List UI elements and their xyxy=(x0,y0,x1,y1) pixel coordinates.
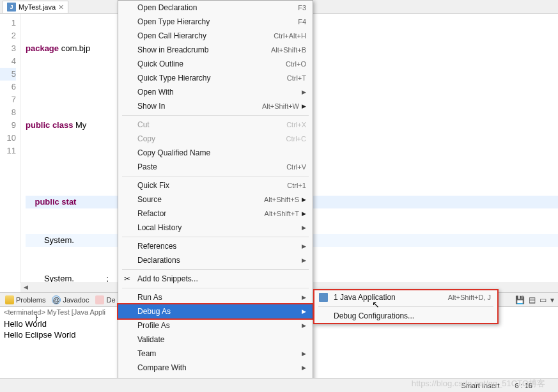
minimize-icon[interactable]: ▭ xyxy=(539,295,546,304)
menu-local-history[interactable]: Local History▶ xyxy=(118,221,313,235)
menu-copy-qualified-name[interactable]: Copy Qualified Name xyxy=(118,146,313,160)
menu-separator xyxy=(122,176,309,176)
snippet-icon: ✂ xyxy=(122,274,132,284)
menu-add-to-snippets[interactable]: ✂Add to Snippets... xyxy=(118,272,313,286)
menu-show-in-breadcrumb[interactable]: Show in BreadcrumbAlt+Shift+B xyxy=(118,43,313,57)
menu-profile-as[interactable]: Profile As▶ xyxy=(118,318,313,333)
menu-separator xyxy=(122,269,309,270)
menu-separator xyxy=(318,306,493,307)
cursor-position: 6 : 16 xyxy=(515,382,532,389)
java-app-icon xyxy=(318,292,329,302)
menu-refactor[interactable]: RefactorAlt+Shift+T ▶ xyxy=(118,207,313,221)
chevron-right-icon: ▶ xyxy=(302,322,306,329)
menu-cut: CutCtrl+X xyxy=(118,118,313,132)
menu-quick-type-hierarchy[interactable]: Quick Type HierarchyCtrl+T xyxy=(118,71,313,85)
chevron-right-icon: ▶ xyxy=(302,308,306,315)
menu-validate[interactable]: Validate xyxy=(118,333,313,347)
menu-declarations[interactable]: Declarations▶ xyxy=(118,253,313,267)
tab-declaration[interactable]: De xyxy=(93,294,118,306)
javadoc-icon: @ xyxy=(52,295,61,304)
debug-as-submenu: 1 Java Application Alt+Shift+D, J Debug … xyxy=(313,289,499,324)
menu-separator xyxy=(122,288,309,288)
menu-copy: CopyCtrl+C xyxy=(118,132,313,146)
dropdown-icon[interactable]: ▾ xyxy=(550,295,554,304)
status-bar: Smart Insert 6 : 16 xyxy=(0,378,558,392)
chevron-right-icon: ▶ xyxy=(302,196,306,203)
java-file-icon: J xyxy=(7,3,16,12)
menu-run-as[interactable]: Run As▶ xyxy=(118,290,313,304)
chevron-right-icon: ▶ xyxy=(302,294,306,301)
menu-compare-with[interactable]: Compare With▶ xyxy=(118,361,313,375)
chevron-right-icon: ▶ xyxy=(302,350,306,357)
problems-icon xyxy=(5,295,14,304)
submenu-java-application[interactable]: 1 Java Application Alt+Shift+D, J xyxy=(314,290,497,304)
chevron-right-icon: ▶ xyxy=(302,224,306,231)
console-toolbar: 💾 ▤ ▭ ▾ xyxy=(515,293,554,307)
menu-debug-as[interactable]: Debug As▶ xyxy=(118,304,313,318)
tab-filename: MyTest.java xyxy=(19,3,56,11)
menu-quick-outline[interactable]: Quick OutlineCtrl+O xyxy=(118,57,313,71)
context-menu: Open DeclarationF3Open Type HierarchyF4O… xyxy=(118,0,313,392)
menu-open-type-hierarchy[interactable]: Open Type HierarchyF4 xyxy=(118,15,313,29)
menu-references[interactable]: References▶ xyxy=(118,239,313,253)
menu-show-in[interactable]: Show InAlt+Shift+W ▶ xyxy=(118,99,313,113)
menu-open-declaration[interactable]: Open DeclarationF3 xyxy=(118,1,313,15)
menu-separator xyxy=(122,115,309,116)
menu-open-with[interactable]: Open With▶ xyxy=(118,85,313,99)
tab-javadoc[interactable]: @Javadoc xyxy=(49,294,91,306)
line-gutter: 1 2 3 4 5 6 7 8 9 10 11 xyxy=(0,14,20,283)
chevron-right-icon: ▶ xyxy=(302,257,306,263)
menu-source[interactable]: SourceAlt+Shift+S ▶ xyxy=(118,192,313,207)
insert-mode: Smart Insert xyxy=(461,382,500,389)
scroll-left-icon[interactable]: ◀ xyxy=(20,282,31,292)
menu-quick-fix[interactable]: Quick FixCtrl+1 xyxy=(118,178,313,192)
chevron-right-icon: ▶ xyxy=(302,243,306,249)
menu-open-call-hierarchy[interactable]: Open Call HierarchyCtrl+Alt+H xyxy=(118,29,313,43)
tab-problems[interactable]: Problems xyxy=(3,294,48,306)
menu-separator xyxy=(122,237,309,237)
save-icon[interactable]: 💾 xyxy=(515,295,525,304)
chevron-right-icon: ▶ xyxy=(302,103,306,109)
menu-team[interactable]: Team▶ xyxy=(118,347,313,361)
close-icon[interactable]: ✕ xyxy=(58,3,64,12)
submenu-debug-configurations[interactable]: Debug Configurations... xyxy=(314,309,497,323)
console-icon[interactable]: ▤ xyxy=(529,295,536,304)
chevron-right-icon: ▶ xyxy=(302,210,306,217)
editor-tab[interactable]: J MyTest.java ✕ xyxy=(3,1,68,13)
declaration-icon xyxy=(95,295,104,304)
chevron-right-icon: ▶ xyxy=(302,365,306,371)
menu-paste[interactable]: PasteCtrl+V xyxy=(118,160,313,174)
chevron-right-icon: ▶ xyxy=(302,89,306,95)
